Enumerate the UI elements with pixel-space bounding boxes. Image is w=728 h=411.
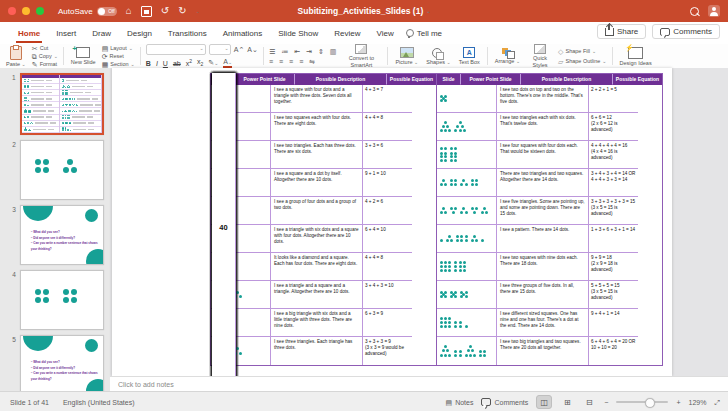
- reading-view-button[interactable]: ⊟: [582, 396, 596, 408]
- dot-pattern-cell[interactable]: [437, 113, 497, 141]
- tab-animations[interactable]: Animations: [215, 22, 271, 44]
- tab-draw[interactable]: Draw: [84, 22, 119, 44]
- description-cell[interactable]: I see a big triangle with six dots and a…: [271, 309, 363, 337]
- section-button[interactable]: ▦Section ⌄: [102, 61, 135, 68]
- paste-button[interactable]: Paste ⌄: [4, 45, 28, 68]
- description-cell[interactable]: It looks like a diamond and a square. Ea…: [271, 253, 363, 281]
- subitizing-table[interactable]: SlidePower Point SlidePossible Descripti…: [210, 73, 663, 366]
- bullets-icon[interactable]: ☰: [269, 48, 275, 55]
- table-row[interactable]: 32I see a pattern. There are 14 dots.1 +…: [437, 225, 662, 253]
- quick-access-caret-icon[interactable]: ⌄: [196, 6, 200, 16]
- description-cell[interactable]: I see a square with four dots and a tria…: [271, 85, 363, 113]
- notes-toggle-button[interactable]: ▤Notes: [446, 399, 474, 406]
- design-ideas-button[interactable]: Design Ideas: [618, 46, 654, 67]
- save-icon[interactable]: [141, 6, 152, 17]
- slide-thumbnail-4[interactable]: [20, 270, 104, 330]
- strikethrough-button[interactable]: ab: [173, 60, 181, 67]
- dot-pattern-cell[interactable]: [437, 225, 497, 253]
- description-cell[interactable]: I see four squares with four dots each. …: [497, 141, 589, 169]
- description-cell[interactable]: I see a group of four dots and a group o…: [271, 197, 363, 225]
- dot-pattern-cell[interactable]: [437, 85, 497, 113]
- table-row[interactable]: 12I see a triangle with six dots and a s…: [211, 225, 436, 253]
- table-row[interactable]: 14It looks like a diamond and a square. …: [211, 253, 436, 281]
- account-avatar[interactable]: [708, 5, 720, 17]
- description-cell[interactable]: I see two triangles each with six dots. …: [497, 113, 589, 141]
- table-row[interactable]: 20I see three triangles. Each triangle h…: [211, 337, 436, 365]
- equation-cell[interactable]: 3 + 4 + 3 = 10: [363, 281, 412, 309]
- line-spacing-icon[interactable]: ⇕: [318, 48, 324, 55]
- shape-outline-button[interactable]: ▱Shape Outline ⌄: [558, 58, 606, 65]
- table-row[interactable]: 22I see two dots on top and two on the b…: [437, 85, 662, 113]
- equation-cell[interactable]: 3 + 4 + 3 + 4 = 14 OR 4 + 4 + 3 + 3 = 14: [589, 169, 638, 197]
- slide-thumbnail-3[interactable]: – What did you see?– Did anyone see it d…: [20, 205, 104, 265]
- layout-button[interactable]: ▤Layout ⌄: [102, 45, 135, 52]
- notes-pane[interactable]: Click to add notes: [110, 376, 728, 392]
- decrease-font-icon[interactable]: A⌄: [247, 46, 258, 53]
- shape-fill-button[interactable]: ◇Shape Fill ⌄: [558, 48, 606, 55]
- tell-me[interactable]: Tell me: [406, 29, 442, 38]
- underline-button[interactable]: U: [163, 60, 168, 67]
- redo-icon[interactable]: ↻: [178, 6, 186, 16]
- equation-cell[interactable]: 4 + 4 + 4 + 4 = 16 (4 x 4 = 16 is advanc…: [589, 141, 638, 169]
- text-box-button[interactable]: A Text Box: [457, 46, 482, 66]
- dot-pattern-cell[interactable]: [437, 169, 497, 197]
- equation-cell[interactable]: 6 + 3 = 9: [363, 309, 412, 337]
- description-cell[interactable]: I see a square and a dot by itself. Alto…: [271, 169, 363, 197]
- shapes-button[interactable]: Shapes ⌄: [424, 47, 452, 66]
- copy-button[interactable]: ⧉Copy ⌄: [32, 53, 58, 60]
- slide-thumbnail-2[interactable]: [20, 140, 104, 200]
- equation-cell[interactable]: 6 + 4 + 6 + 4 = 20 OR 10 + 10 = 20: [589, 337, 638, 365]
- equation-cell[interactable]: 9 + 9 = 18 (2 x 9 = 18 is advanced): [589, 253, 638, 281]
- tab-transitions[interactable]: Transitions: [160, 22, 215, 44]
- description-cell[interactable]: There are two triangles and two squares.…: [497, 169, 589, 197]
- numbering-icon[interactable]: ≔: [281, 48, 288, 55]
- normal-view-button[interactable]: ◫: [536, 395, 552, 409]
- slide-thumbnail-5[interactable]: – What did you see?– Did anyone see it d…: [20, 335, 104, 391]
- table-row[interactable]: 24I see two triangles each with six dots…: [437, 113, 662, 141]
- dot-pattern-cell[interactable]: [437, 197, 497, 225]
- increase-indent-icon[interactable]: ⇥: [306, 48, 312, 55]
- justify-icon[interactable]: ≡: [299, 58, 303, 65]
- zoom-out-button[interactable]: −: [604, 399, 608, 406]
- table-row[interactable]: 2I see a square with four dots and a tri…: [211, 85, 436, 113]
- bold-button[interactable]: B: [146, 60, 151, 67]
- table-row[interactable]: 40I see two big triangles and two square…: [437, 337, 662, 365]
- equation-cell[interactable]: 9 + 4 + 1 = 14: [589, 309, 638, 337]
- table-row[interactable]: 34I see two squares with nine dots each.…: [437, 253, 662, 281]
- comments-button[interactable]: Comments: [652, 24, 720, 39]
- subscript-button[interactable]: x2: [197, 58, 203, 67]
- table-row[interactable]: 4I see two squares each with four dots. …: [211, 113, 436, 141]
- font-size-select[interactable]: [209, 44, 231, 55]
- close-window-button[interactable]: [8, 7, 16, 15]
- description-cell[interactable]: I see a pattern. There are 14 dots.: [497, 225, 589, 253]
- tab-home[interactable]: Home: [10, 22, 48, 44]
- equation-cell[interactable]: 5 + 5 + 5 = 15 (3 x 5 = 15 is advanced): [589, 281, 638, 309]
- picture-button[interactable]: Picture ⌄: [393, 46, 420, 66]
- table-row[interactable]: 10I see a group of four dots and a group…: [211, 197, 436, 225]
- table-row[interactable]: 6I see two triangles. Each has three dot…: [211, 141, 436, 169]
- table-row[interactable]: 30I see five triangles. Some are pointin…: [437, 197, 662, 225]
- zoom-slider-knob[interactable]: [645, 398, 655, 408]
- zoom-slider[interactable]: [616, 401, 668, 403]
- equation-cell[interactable]: 6 + 6 = 12 (2 x 6 = 12 is advanced): [589, 113, 638, 141]
- table-row[interactable]: 36I see three groups of five dots. In al…: [437, 281, 662, 309]
- dot-pattern-cell[interactable]: [437, 309, 497, 337]
- equation-cell[interactable]: 6 + 4 = 10: [363, 225, 412, 253]
- description-cell[interactable]: I see three groups of five dots. In all,…: [497, 281, 589, 309]
- autosave-toggle[interactable]: AutoSave Off: [58, 7, 117, 16]
- text-direction-icon[interactable]: ⇋: [309, 58, 315, 65]
- description-cell[interactable]: I see two squares each with four dots. T…: [271, 113, 363, 141]
- description-cell[interactable]: I see two triangles. Each has three dots…: [271, 141, 363, 169]
- dot-pattern-cell[interactable]: [437, 337, 497, 365]
- language-status[interactable]: English (United States): [63, 399, 135, 406]
- superscript-button[interactable]: x2: [186, 58, 192, 67]
- undo-icon[interactable]: ↺: [161, 6, 169, 16]
- equation-cell[interactable]: 4 + 2 = 6: [363, 197, 412, 225]
- convert-smartart-button[interactable]: Convert to SmartArt: [340, 43, 382, 68]
- description-cell[interactable]: I see a triangle and a square and a tria…: [271, 281, 363, 309]
- equation-cell[interactable]: 4 + 3 = 7: [363, 85, 412, 113]
- zoom-in-button[interactable]: +: [676, 399, 680, 406]
- decrease-indent-icon[interactable]: ⇤: [294, 48, 300, 55]
- reset-button[interactable]: ⟳Reset: [102, 53, 135, 60]
- highlight-pen-icon[interactable]: ✎⌄: [208, 59, 218, 67]
